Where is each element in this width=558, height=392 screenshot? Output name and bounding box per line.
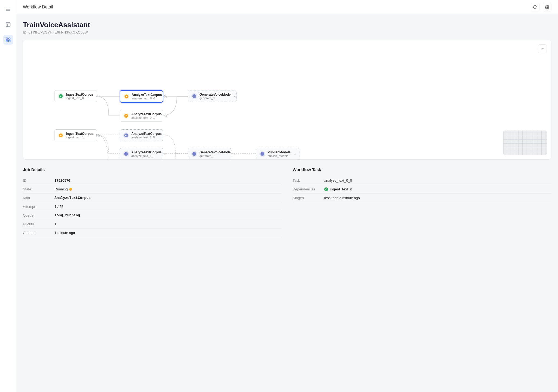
svg-rect-4 <box>6 38 8 39</box>
node-generate-0[interactable]: GenerateVoiceModel generate_0 – <box>188 90 237 102</box>
svg-point-41 <box>194 154 195 154</box>
detail-row-task: Task analyze_text_0_0 <box>293 176 551 185</box>
node-analyze-1-1[interactable]: AnalyzeTextCorpus analyze_text_1_1 – <box>120 148 163 160</box>
svg-point-46 <box>263 154 263 154</box>
detail-row-attempt: Attempt 1 / 25 <box>23 202 282 211</box>
flow-canvas: IngestTextCorpus ingest_text_0 25s Analy… <box>30 47 545 153</box>
detail-row-queue: Queue long_running <box>23 211 282 220</box>
svg-rect-5 <box>8 38 10 39</box>
settings-icon <box>545 5 549 9</box>
node-status-icon <box>191 93 197 99</box>
detail-value-task: analyze_text_0_0 <box>324 178 352 183</box>
detail-value-priority: 1 <box>54 222 56 226</box>
detail-value-attempt: 1 / 25 <box>54 205 63 209</box>
topbar-actions <box>531 3 551 11</box>
connections-svg <box>30 47 545 153</box>
sidebar <box>0 0 16 392</box>
detail-row-id: ID 17520576 <box>23 176 282 185</box>
workflow-name: TrainVoiceAssistant <box>23 21 551 29</box>
settings-button[interactable] <box>543 3 551 11</box>
detail-row-priority: Priority 1 <box>23 220 282 229</box>
page-title: Workflow Detail <box>23 5 53 10</box>
svg-point-32 <box>125 154 126 154</box>
workflow-task-title: Workflow Task <box>293 167 551 172</box>
node-generate-1[interactable]: GenerateVoiceModel generate_1 – <box>188 148 231 160</box>
refresh-button[interactable] <box>531 3 539 11</box>
job-details-panel: Job Details ID 17520576 State Running Ki… <box>23 167 282 237</box>
workflow-canvas-container: ··· <box>23 40 551 160</box>
detail-value-queue: long_running <box>54 213 80 217</box>
svg-point-42 <box>195 154 195 154</box>
svg-point-29 <box>126 135 126 136</box>
running-badge <box>69 188 72 191</box>
dependency-text: ingest_text_0 <box>330 187 352 191</box>
svg-point-44 <box>261 154 262 154</box>
svg-point-33 <box>126 154 126 154</box>
detail-value-dependencies: ingest_text_0 <box>324 187 352 191</box>
dependency-badge <box>324 187 328 191</box>
detail-value-id: 17520576 <box>54 178 70 183</box>
page-body: TrainVoiceAssistant ID: 01J3FZP2GYHFE6FP… <box>16 14 558 392</box>
detail-row-created: Created 1 minute ago <box>23 229 282 237</box>
node-publish[interactable]: PublishModels publish_models – <box>256 148 299 160</box>
sidebar-item-workflows[interactable] <box>3 35 13 45</box>
node-status-icon <box>58 132 64 138</box>
svg-rect-3 <box>6 23 10 27</box>
svg-point-22 <box>193 96 194 96</box>
job-details-title: Job Details <box>23 167 282 172</box>
detail-value-kind: AnalyzeTextCorpus <box>54 196 91 200</box>
node-status-icon <box>123 113 129 119</box>
details-section: Job Details ID 17520576 State Running Ki… <box>23 167 551 237</box>
workflow-task-panel: Workflow Task Task analyze_text_0_0 Depe… <box>293 167 551 237</box>
node-status-icon <box>259 151 265 157</box>
svg-point-45 <box>262 154 263 154</box>
detail-row-dependencies: Dependencies ingest_text_0 <box>293 185 551 194</box>
node-analyze-1-0[interactable]: AnalyzeTextCorpus analyze_text_1_0 – <box>120 129 163 141</box>
detail-row-staged: Staged less than a minute ago <box>293 194 551 202</box>
node-analyze-0-1[interactable]: AnalyzeTextCorpus analyze_text_0_1 3s <box>120 110 163 122</box>
detail-value-state: Running <box>54 187 72 191</box>
node-status-icon <box>58 93 64 99</box>
topbar: Workflow Detail <box>16 0 558 14</box>
node-status-icon <box>191 151 197 157</box>
node-status-icon <box>123 93 129 99</box>
detail-row-state: State Running <box>23 185 282 194</box>
state-text: Running <box>54 187 68 191</box>
svg-point-28 <box>125 135 126 136</box>
svg-point-30 <box>127 135 127 136</box>
detail-value-staged: less than a minute ago <box>324 196 360 200</box>
workflow-id: ID: 01J3FZP2GYHFE6FPN3VXQXQ66W <box>23 30 551 34</box>
svg-point-16 <box>59 94 63 98</box>
svg-point-40 <box>193 154 194 154</box>
svg-point-8 <box>547 7 548 8</box>
node-analyze-0-0[interactable]: AnalyzeTextCorpus analyze_text_0_0 3s <box>120 90 163 103</box>
detail-value-created: 1 minute ago <box>54 231 75 235</box>
refresh-icon <box>533 5 537 9</box>
mini-map <box>503 130 547 155</box>
sidebar-item-menu[interactable] <box>3 4 13 14</box>
node-ingest-1[interactable]: IngestTextCorpus ingest_text_1 15s <box>54 129 97 141</box>
svg-rect-7 <box>8 40 10 42</box>
svg-point-24 <box>195 96 195 96</box>
sidebar-item-inbox[interactable] <box>3 20 13 29</box>
svg-point-23 <box>194 96 195 96</box>
node-ingest-0[interactable]: IngestTextCorpus ingest_text_0 25s <box>54 90 97 102</box>
svg-rect-6 <box>6 40 8 42</box>
svg-point-34 <box>127 154 127 154</box>
node-status-icon <box>123 151 129 157</box>
workflow-header: TrainVoiceAssistant ID: 01J3FZP2GYHFE6FP… <box>23 21 551 34</box>
detail-row-kind: Kind AnalyzeTextCorpus <box>23 194 282 202</box>
node-status-icon <box>123 132 129 138</box>
